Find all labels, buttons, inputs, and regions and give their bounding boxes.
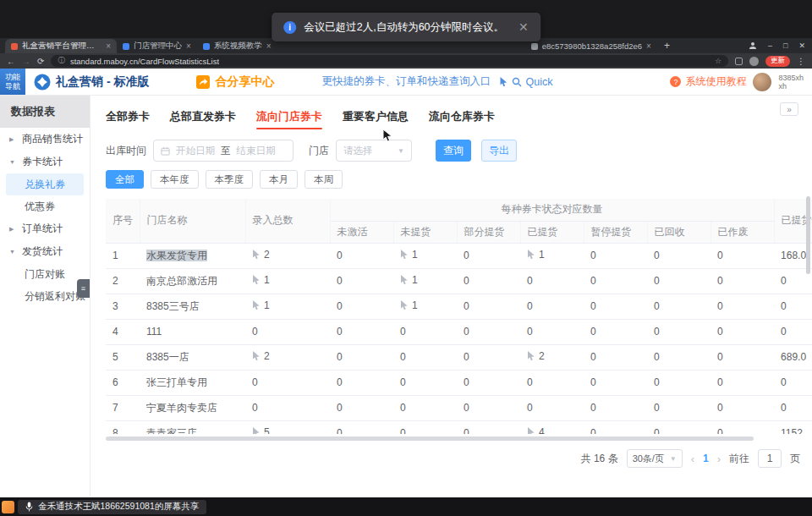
sidebar-item[interactable]: 兑换礼券: [6, 173, 84, 195]
browser-menu-icon[interactable]: ⋮: [797, 57, 805, 66]
quick-filter-button[interactable]: 全部: [106, 170, 144, 189]
pointer-icon[interactable]: [252, 351, 261, 361]
cell-index: 7: [106, 395, 140, 420]
profile-icon[interactable]: [749, 41, 757, 50]
pointer-icon[interactable]: [527, 351, 535, 361]
user-info[interactable]: 8385xh xh: [778, 74, 804, 91]
browser-avatar-icon[interactable]: [749, 57, 759, 66]
share-center-link[interactable]: 合分享中心: [196, 74, 274, 90]
cell-value: 0: [590, 326, 596, 338]
back-icon[interactable]: ←: [7, 57, 15, 66]
maximize-button[interactable]: □: [783, 41, 787, 50]
goto-page-input[interactable]: 1: [758, 449, 782, 468]
user-avatar[interactable]: [753, 73, 771, 91]
export-button[interactable]: 导出: [481, 140, 517, 162]
cell-status: 4: [520, 420, 584, 434]
sidebar-group[interactable]: ▶商品销售统计: [0, 128, 90, 151]
browser-tab[interactable]: 门店管理中心×: [117, 39, 197, 53]
content-tab[interactable]: 流向仓库券卡: [429, 109, 495, 124]
sidebar-collapse-handle[interactable]: ≡: [77, 279, 90, 298]
cell-total: 2: [245, 344, 330, 370]
tutorial-link[interactable]: ? 系统使用教程: [670, 74, 746, 89]
content-tab[interactable]: 流向门店券卡: [256, 109, 322, 124]
content-tabs: 全部券卡总部直发券卡流向门店券卡重要客户信息流向仓库券卡: [106, 106, 812, 128]
quick-filter-button[interactable]: 本季度: [206, 170, 254, 189]
extension-icon[interactable]: [735, 58, 743, 65]
sidebar-group[interactable]: ▼发货统计: [0, 240, 90, 263]
cell-status: 0: [520, 319, 584, 344]
browser-update-button[interactable]: 更新: [765, 56, 790, 67]
page-size-select[interactable]: 30条/页 ▼: [627, 449, 683, 468]
sidebar-item[interactable]: 门店对账: [6, 263, 84, 285]
quick-filter-button[interactable]: 本月: [260, 170, 298, 189]
cell-value: 0: [654, 300, 660, 312]
reload-icon[interactable]: ⟳: [37, 57, 44, 66]
browser-tab[interactable]: 礼盒营销平台管理中心×: [5, 39, 117, 53]
pointer-icon[interactable]: [252, 250, 261, 260]
minimize-button[interactable]: –: [768, 41, 772, 50]
current-page[interactable]: 1: [703, 453, 709, 464]
new-tab-button[interactable]: +: [664, 39, 670, 52]
toast-close-icon[interactable]: ✕: [518, 20, 529, 34]
sidebar-item[interactable]: 分销返利对账: [6, 285, 84, 307]
chevron-down-icon: ▼: [670, 455, 677, 463]
site-info-icon[interactable]: ⓘ: [58, 56, 65, 66]
meeting-app-icon[interactable]: [2, 501, 14, 513]
microphone-icon: [25, 502, 33, 512]
quick-filter-button[interactable]: 本周: [304, 170, 343, 189]
forward-icon[interactable]: →: [22, 57, 30, 66]
browser-tab-label: 系统视频教学: [214, 41, 262, 52]
tab-close-icon[interactable]: ×: [186, 41, 191, 51]
app-header: 功能 导航 礼盒营销 - 标准版 合分享中心 更快捷的券卡、订单和快递查询入口 …: [0, 69, 812, 96]
function-nav-toggle[interactable]: 功能 导航: [0, 69, 25, 95]
cell-value: 0: [717, 326, 723, 338]
close-window-button[interactable]: ✕: [798, 41, 805, 50]
cell-status: 0: [330, 344, 393, 370]
quick-search-link[interactable]: Quick: [499, 76, 552, 88]
sidebar-group[interactable]: ▶订单统计: [0, 217, 90, 240]
cell-status: 0: [393, 395, 457, 420]
content-tab[interactable]: 全部券卡: [106, 109, 150, 124]
pointer-icon[interactable]: [400, 300, 409, 310]
cell-total: 5: [245, 420, 330, 434]
panel-expand-button[interactable]: »: [780, 102, 798, 116]
browser-tab[interactable]: e8c573980b1328a258fd2e6×: [525, 39, 657, 53]
tab-close-icon[interactable]: ×: [106, 41, 111, 51]
next-page-button[interactable]: ›: [717, 453, 721, 465]
quick-filter-button[interactable]: 本年度: [151, 170, 199, 189]
cell-value: 0: [464, 250, 469, 261]
sidebar-group[interactable]: ▼券卡统计: [0, 151, 90, 173]
content-tab[interactable]: 重要客户信息: [343, 109, 409, 124]
address-bar[interactable]: ⓘ standard.maboy.cn/CardFlowStatisticsLi…: [51, 55, 728, 67]
cell-value: 0: [464, 376, 469, 388]
cell-status: 0: [584, 268, 647, 294]
pointer-icon[interactable]: [252, 427, 261, 434]
cell-index: 4: [106, 319, 140, 344]
pointer-icon[interactable]: [527, 427, 535, 434]
screen-share-pill[interactable]: 金禾通技术王斌18662591081的屏幕共享: [18, 500, 206, 514]
pointer-icon[interactable]: [252, 275, 261, 285]
cell-status: 0: [330, 294, 393, 319]
prev-page-button[interactable]: ‹: [691, 453, 694, 465]
search-button[interactable]: 查询: [436, 140, 471, 162]
date-range-picker[interactable]: 开始日期 至 结束日期: [153, 140, 294, 162]
horizontal-scrollbar[interactable]: [106, 436, 754, 441]
tab-close-icon[interactable]: ×: [646, 41, 651, 51]
cell-value: 0: [590, 250, 596, 261]
main-content: 全部券卡总部直发券卡流向门店券卡重要客户信息流向仓库券卡 » 出库时间 开始日期…: [91, 96, 812, 497]
cell-status: 0: [520, 294, 584, 319]
sidebar-item[interactable]: 优惠券: [6, 195, 84, 217]
pointer-icon[interactable]: [400, 250, 409, 260]
browser-tab[interactable]: 系统视频教学×: [197, 39, 277, 53]
cell-index: 3: [106, 294, 140, 319]
bookmark-star-icon[interactable]: ☆: [715, 57, 721, 65]
quick-label: Quick: [525, 76, 552, 88]
pointer-icon[interactable]: [252, 300, 261, 310]
store-select[interactable]: 请选择 ▼: [336, 140, 412, 162]
vertical-scrollbar[interactable]: [806, 196, 810, 274]
tab-close-icon[interactable]: ×: [266, 41, 272, 51]
pointer-icon[interactable]: [527, 250, 535, 260]
content-tab[interactable]: 总部直发券卡: [170, 109, 236, 124]
pointer-icon[interactable]: [400, 275, 409, 285]
nav-toggle-line2: 导航: [5, 82, 20, 91]
